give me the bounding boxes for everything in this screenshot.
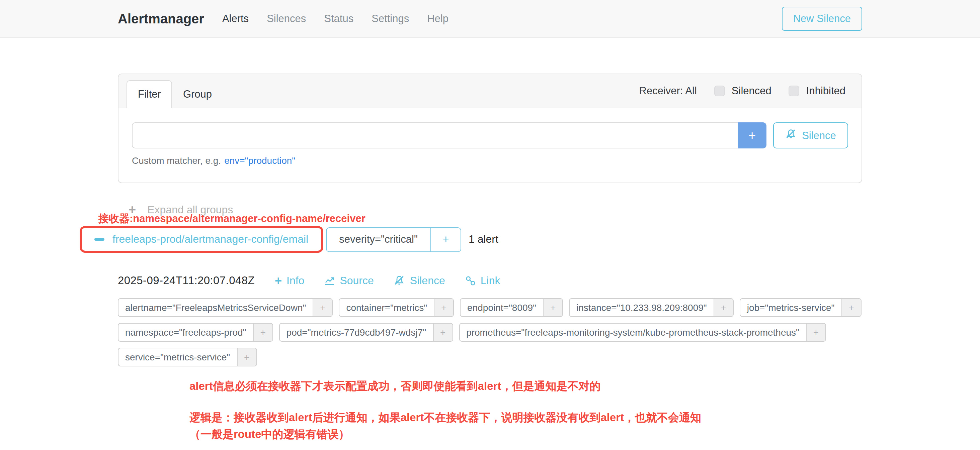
add-label-filter-button[interactable]: +	[237, 349, 256, 366]
alert-link-label: Link	[480, 274, 500, 287]
new-silence-button[interactable]: New Silence	[782, 6, 862, 31]
annotation-alert-note: alert信息必须在接收器下才表示配置成功，否则即使能看到alert，但是通知是…	[189, 379, 862, 394]
alert-count: 1 alert	[469, 233, 498, 246]
alert-header-row: 2025-09-24T11:20:07.048Z + Info Source	[118, 274, 862, 287]
alert-timestamp: 2025-09-24T11:20:07.048Z	[118, 274, 255, 287]
alert-groups-area: + Expand all groups 接收器:namespace/alterm…	[118, 203, 862, 443]
top-navbar: Alertmanager Alerts Silences Status Sett…	[0, 0, 980, 38]
add-matcher-button[interactable]: +	[738, 122, 767, 149]
silence-button-label: Silence	[802, 129, 836, 141]
label-text: container="metrics"	[339, 299, 434, 316]
label-text: endpoint="8009"	[461, 299, 543, 316]
nav-item-silences[interactable]: Silences	[267, 13, 306, 25]
chart-icon	[325, 275, 335, 286]
group-matcher-chip: severity="critical" +	[326, 227, 461, 252]
label-text: job="metrics-service"	[740, 299, 842, 316]
plus-icon: +	[275, 274, 282, 287]
add-label-filter-button[interactable]: +	[253, 323, 272, 341]
silence-from-filter-button[interactable]: Silence	[773, 122, 848, 149]
alert-link-button[interactable]: Link	[465, 274, 500, 287]
tab-group[interactable]: Group	[172, 81, 223, 108]
annotation-highlight-box: freeleaps-prod/alertmanager-config/email	[80, 226, 323, 253]
alert-source-label: Source	[340, 274, 374, 287]
add-label-filter-button[interactable]: +	[842, 299, 861, 316]
nav-item-settings[interactable]: Settings	[372, 13, 409, 25]
inhibited-checkbox[interactable]	[789, 86, 800, 96]
nav-item-alerts[interactable]: Alerts	[222, 13, 249, 25]
filter-tabs: Filter Group	[127, 74, 223, 108]
label-text: alertname="FreeleapsMetricsServiceDown"	[118, 299, 313, 316]
alert-info-label: Info	[286, 274, 304, 287]
label-chip-namespace: namespace="freeleaps-prod" +	[118, 323, 273, 342]
custom-matcher-hint: Custom matcher, e.g.env="production"	[132, 155, 848, 166]
label-chip-alertname: alertname="FreeleapsMetricsServiceDown" …	[118, 298, 333, 317]
add-label-filter-button[interactable]: +	[543, 299, 562, 316]
label-chip-pod: pod="metrics-77d9cdb497-wdsj7" +	[279, 323, 453, 342]
annotation-logic-line2: （一般是route中的逻辑有错误）	[189, 426, 862, 443]
nav-item-help[interactable]: Help	[427, 13, 449, 25]
annotation-receiver-note: 接收器:namespace/altermanager-config-name/r…	[99, 212, 366, 226]
add-label-filter-button[interactable]: +	[714, 299, 733, 316]
bell-slash-icon	[785, 128, 797, 143]
add-label-filter-button[interactable]: +	[433, 323, 452, 341]
nav-item-status[interactable]: Status	[324, 13, 353, 25]
alert-silence-button[interactable]: Silence	[394, 274, 445, 287]
annotation-logic-note: 逻辑是：接收器收到alert后进行通知，如果alert不在接收器下，说明接收器没…	[189, 409, 862, 443]
label-chip-endpoint: endpoint="8009" +	[460, 298, 563, 317]
label-text: prometheus="freeleaps-monitoring-system/…	[460, 323, 806, 341]
silenced-label: Silenced	[732, 85, 772, 97]
filter-card-header: Filter Group Receiver: All Silenced Inhi…	[118, 74, 862, 108]
group-matcher-label: severity="critical"	[326, 228, 430, 251]
label-chip-service: service="metrics-service" +	[118, 348, 257, 366]
silenced-checkbox-group: Silenced	[714, 85, 772, 97]
label-text: namespace="freeleaps-prod"	[118, 323, 253, 341]
add-group-matcher-button[interactable]: +	[430, 228, 461, 251]
receiver-group-button[interactable]: freeleaps-prod/alertmanager-config/email	[83, 229, 320, 249]
alert-group-row: freeleaps-prod/alertmanager-config/email…	[80, 226, 862, 253]
hint-example-link[interactable]: env="production"	[224, 155, 295, 166]
add-label-filter-button[interactable]: +	[806, 323, 826, 341]
annotation-logic-line1: 逻辑是：接收器收到alert后进行通知，如果alert不在接收器下，说明接收器没…	[189, 409, 862, 426]
brand-alertmanager[interactable]: Alertmanager	[118, 11, 204, 26]
label-text: service="metrics-service"	[118, 349, 237, 366]
label-chip-prometheus: prometheus="freeleaps-monitoring-system/…	[459, 323, 826, 342]
alertmanager-page: Alertmanager Alerts Silences Status Sett…	[0, 0, 980, 450]
receiver-filter-label[interactable]: Receiver: All	[639, 85, 697, 97]
label-text: pod="metrics-77d9cdb497-wdsj7"	[280, 323, 433, 341]
filter-card: Filter Group Receiver: All Silenced Inhi…	[118, 74, 862, 183]
label-chip-container: container="metrics" +	[339, 298, 454, 317]
matcher-input[interactable]	[132, 122, 738, 149]
inhibited-label: Inhibited	[806, 85, 845, 97]
alert-silence-label: Silence	[410, 274, 445, 287]
alert-info-button[interactable]: + Info	[275, 274, 304, 287]
alert-labels: alertname="FreeleapsMetricsServiceDown" …	[118, 298, 862, 366]
bell-slash-icon	[394, 275, 405, 286]
receiver-group-label: freeleaps-prod/alertmanager-config/email	[113, 233, 308, 246]
tab-filter[interactable]: Filter	[127, 80, 172, 108]
label-text: instance="10.233.98.209:8009"	[570, 299, 714, 316]
label-chip-job: job="metrics-service" +	[740, 298, 862, 317]
inhibited-checkbox-group: Inhibited	[789, 85, 845, 97]
filter-card-body: + Silence Custom matcher, e.g.e	[118, 108, 862, 182]
hint-text: Custom matcher, e.g.	[132, 155, 221, 166]
add-label-filter-button[interactable]: +	[434, 299, 453, 316]
silenced-checkbox[interactable]	[714, 86, 725, 96]
label-chip-instance: instance="10.233.98.209:8009" +	[569, 298, 733, 317]
minus-icon	[94, 238, 104, 241]
add-label-filter-button[interactable]: +	[313, 299, 332, 316]
nav-links: Alerts Silences Status Settings Help	[222, 13, 449, 25]
link-icon	[465, 275, 476, 286]
alert-source-link[interactable]: Source	[325, 274, 374, 287]
